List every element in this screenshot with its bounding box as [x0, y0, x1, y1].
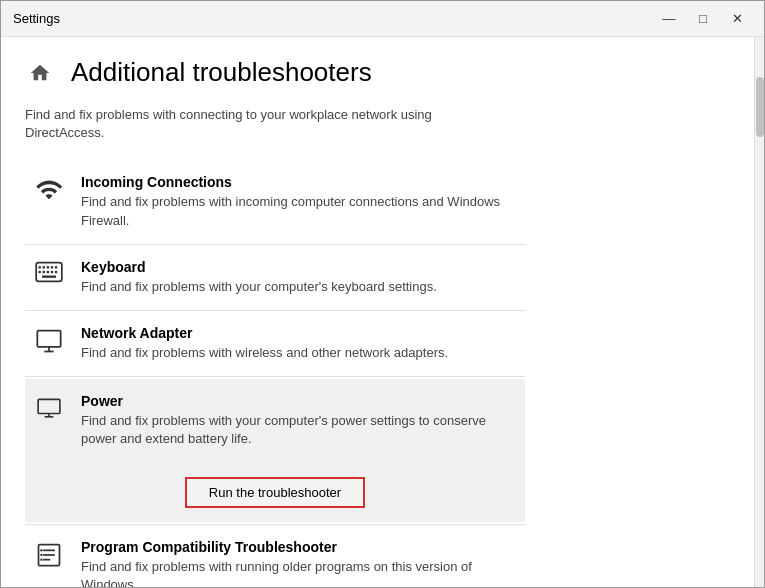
- maximize-button[interactable]: □: [688, 7, 718, 31]
- svg-rect-3: [47, 266, 49, 268]
- main-content: Additional troubleshooters Find and fix …: [1, 37, 754, 588]
- monitor-icon: [33, 327, 65, 355]
- run-troubleshooter-button[interactable]: Run the troubleshooter: [185, 477, 365, 508]
- item-desc: Find and fix problems with your computer…: [81, 278, 517, 296]
- minimize-button[interactable]: —: [654, 7, 684, 31]
- item-title: Program Compatibility Troubleshooter: [81, 539, 517, 555]
- svg-point-22: [40, 549, 42, 551]
- svg-point-23: [40, 553, 42, 555]
- item-desc: Find and fix problems with wireless and …: [81, 344, 517, 362]
- item-text: Keyboard Find and fix problems with your…: [81, 259, 517, 296]
- expanded-header: Power Find and fix problems with your co…: [33, 393, 517, 448]
- item-title: Keyboard: [81, 259, 517, 275]
- item-text: Incoming Connections Find and fix proble…: [81, 174, 517, 229]
- svg-rect-12: [37, 330, 60, 346]
- content-area: Additional troubleshooters Find and fix …: [1, 37, 764, 588]
- list-item[interactable]: Network Adapter Find and fix problems wi…: [25, 313, 525, 374]
- svg-rect-8: [47, 271, 49, 273]
- list-item[interactable]: Power Find and fix problems with your co…: [25, 379, 525, 521]
- title-bar: Settings — □ ✕: [1, 1, 764, 37]
- close-button[interactable]: ✕: [722, 7, 752, 31]
- item-desc: Find and fix problems with your computer…: [81, 412, 517, 448]
- list-icon: [33, 541, 65, 569]
- item-title: Network Adapter: [81, 325, 517, 341]
- page-header: Additional troubleshooters: [25, 57, 730, 88]
- item-text: Power Find and fix problems with your co…: [81, 393, 517, 448]
- item-text: Program Compatibility Troubleshooter Fin…: [81, 539, 517, 589]
- section-intro: Find and fix problems with connecting to…: [25, 106, 505, 142]
- list-item[interactable]: Keyboard Find and fix problems with your…: [25, 247, 525, 308]
- back-button[interactable]: [25, 60, 55, 86]
- scrollbar-track[interactable]: [754, 37, 764, 588]
- item-desc: Find and fix problems with incoming comp…: [81, 193, 517, 229]
- home-icon: [29, 62, 51, 84]
- item-title: Power: [81, 393, 517, 409]
- power-icon: [33, 395, 65, 419]
- svg-rect-2: [43, 266, 45, 268]
- item-text: Network Adapter Find and fix problems wi…: [81, 325, 517, 362]
- wifi-icon: [33, 176, 65, 204]
- svg-rect-11: [42, 275, 56, 277]
- item-title: Incoming Connections: [81, 174, 517, 190]
- svg-rect-4: [51, 266, 53, 268]
- scrollbar-thumb[interactable]: [756, 77, 764, 137]
- list-item[interactable]: Incoming Connections Find and fix proble…: [25, 162, 525, 241]
- page-title: Additional troubleshooters: [71, 57, 372, 88]
- svg-rect-7: [43, 271, 45, 273]
- list-item[interactable]: Program Compatibility Troubleshooter Fin…: [25, 527, 525, 589]
- svg-rect-6: [39, 271, 41, 273]
- svg-rect-10: [55, 271, 57, 273]
- svg-rect-1: [39, 266, 41, 268]
- title-bar-left: Settings: [13, 11, 60, 26]
- item-desc: Find and fix problems with running older…: [81, 558, 517, 589]
- svg-rect-9: [51, 271, 53, 273]
- svg-point-24: [40, 558, 42, 560]
- svg-rect-15: [38, 399, 60, 413]
- keyboard-icon: [33, 261, 65, 283]
- svg-rect-5: [55, 266, 57, 268]
- title-bar-controls: — □ ✕: [654, 7, 752, 31]
- settings-title: Settings: [13, 11, 60, 26]
